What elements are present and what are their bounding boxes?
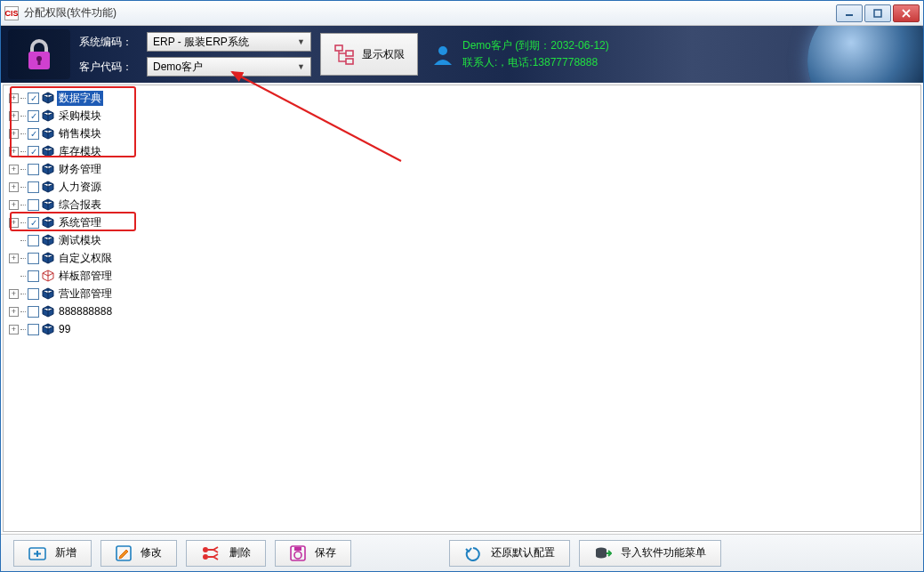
expand-toggle[interactable]: + — [9, 200, 19, 210]
tree-node[interactable]: + 营业部管理 — [5, 285, 919, 302]
delete-icon — [201, 545, 221, 561]
expand-toggle[interactable]: + — [9, 129, 19, 139]
tree-node[interactable]: + 888888888 — [5, 302, 919, 320]
show-permission-button[interactable]: 显示权限 — [320, 33, 418, 76]
expand-toggle[interactable]: + — [9, 93, 19, 103]
info-expiry: Demo客户 (到期：2032-06-12) — [462, 37, 609, 54]
svg-point-16 — [203, 547, 208, 552]
permission-tree[interactable]: + ✓ 数据字典 + ✓ 采购模块 + ✓ 销售模块 + ✓ 库存模块 + 财务… — [3, 85, 921, 532]
cust-code-combo[interactable]: Demo客户 ▼ — [147, 57, 311, 77]
expand-toggle[interactable]: + — [9, 182, 19, 192]
cube-icon — [41, 109, 55, 122]
edit-button[interactable]: 修改 — [100, 540, 177, 567]
tree-node[interactable]: + 综合报表 — [5, 196, 919, 213]
checkbox[interactable]: ✓ — [28, 128, 39, 140]
checkbox[interactable] — [28, 288, 39, 300]
cust-code-value: Demo客户 — [153, 60, 203, 75]
svg-point-17 — [203, 554, 208, 560]
cube-icon — [41, 287, 55, 300]
delete-button[interactable]: 删除 — [186, 540, 266, 567]
tree-connector — [20, 311, 26, 312]
tree-connector — [20, 151, 26, 152]
minimize-button[interactable] — [836, 4, 863, 22]
svg-rect-9 — [346, 59, 353, 64]
cube-icon — [41, 181, 55, 193]
tree-node[interactable]: + 99 — [5, 320, 919, 338]
checkbox[interactable] — [28, 306, 39, 318]
checkbox[interactable] — [28, 235, 39, 246]
cube-icon — [41, 234, 55, 246]
checkbox[interactable]: ✓ — [28, 217, 39, 229]
close-button[interactable] — [893, 4, 920, 22]
expand-toggle[interactable]: + — [9, 307, 19, 317]
chevron-down-icon: ▼ — [297, 62, 305, 71]
tree-node[interactable]: + 样板部管理 — [5, 267, 919, 285]
sys-code-row: 系统编码： ERP - 服装ERP系统 ▼ — [79, 32, 311, 52]
checkbox[interactable] — [28, 253, 39, 264]
restore-icon — [464, 545, 482, 561]
tree-connector — [20, 240, 26, 241]
checkbox[interactable]: ✓ — [28, 93, 39, 104]
cube-icon — [41, 305, 55, 318]
person-icon — [430, 42, 455, 67]
app-icon: CIS — [4, 6, 19, 20]
tree-connector — [20, 205, 26, 205]
checkbox[interactable]: ✓ — [28, 110, 39, 122]
show-permission-label: 显示权限 — [362, 47, 405, 62]
add-icon — [28, 546, 46, 560]
window-controls — [836, 4, 920, 22]
tree-node[interactable]: + 自定义权限 — [5, 249, 919, 267]
expand-toggle[interactable]: + — [9, 325, 19, 334]
tree-node-label: 样板部管理 — [57, 269, 114, 284]
checkbox[interactable] — [28, 270, 39, 282]
import-menu-button[interactable]: 导入软件功能菜单 — [579, 540, 721, 567]
expand-toggle[interactable]: + — [9, 111, 19, 121]
lock-icon — [8, 29, 70, 79]
save-button[interactable]: 保存 — [275, 540, 351, 567]
titlebar: CIS 分配权限(软件功能) — [1, 1, 923, 26]
cube-icon — [41, 252, 55, 264]
expand-toggle[interactable]: + — [9, 289, 19, 299]
svg-rect-7 — [335, 45, 342, 51]
tree-node[interactable]: + ✓ 销售模块 — [5, 125, 919, 142]
tree-node-label: 库存模块 — [57, 144, 103, 159]
svg-point-19 — [294, 552, 301, 559]
expand-toggle[interactable]: + — [9, 254, 19, 263]
checkbox[interactable] — [28, 181, 39, 193]
checkbox[interactable]: ✓ — [28, 146, 39, 157]
edit-icon — [116, 545, 132, 561]
tree-node[interactable]: + ✓ 库存模块 — [5, 142, 919, 160]
expand-toggle[interactable]: + — [9, 165, 19, 174]
tree-node[interactable]: + 人力资源 — [5, 178, 919, 196]
tree-connector — [20, 133, 26, 134]
info-contact: 联系人:，电话:13877778888 — [462, 54, 609, 71]
footer-toolbar: 新增 修改 删除 保存 还原默认配置 导入软件功能菜单 — [1, 534, 923, 571]
customer-info-text: Demo客户 (到期：2032-06-12) 联系人:，电话:138777788… — [462, 37, 609, 71]
header-bar: 系统编码： ERP - 服装ERP系统 ▼ 客户代码： Demo客户 ▼ — [1, 26, 923, 83]
svg-rect-20 — [294, 547, 301, 551]
field-group: 系统编码： ERP - 服装ERP系统 ▼ 客户代码： Demo客户 ▼ — [79, 32, 311, 77]
tree-node-label: 99 — [57, 323, 72, 335]
tree-node-label: 采购模块 — [57, 109, 103, 124]
expand-toggle[interactable]: + — [9, 218, 19, 228]
tree-connector — [20, 258, 26, 259]
maximize-button[interactable] — [864, 4, 891, 22]
checkbox[interactable] — [28, 164, 39, 175]
sys-code-combo[interactable]: ERP - 服装ERP系统 ▼ — [147, 32, 311, 52]
tree-node[interactable]: + ✓ 采购模块 — [5, 107, 919, 125]
cust-code-label: 客户代码： — [79, 60, 141, 75]
tree-node-label: 系统管理 — [57, 215, 103, 230]
tree-node[interactable]: + 测试模块 — [5, 231, 919, 249]
checkbox[interactable] — [28, 199, 39, 211]
window-title: 分配权限(软件功能) — [24, 5, 836, 20]
checkbox[interactable] — [28, 324, 39, 335]
restore-default-button[interactable]: 还原默认配置 — [449, 540, 570, 567]
add-button[interactable]: 新增 — [13, 540, 92, 567]
expand-toggle[interactable]: + — [9, 147, 19, 157]
cube-icon — [41, 198, 55, 211]
tree-node[interactable]: + ✓ 系统管理 — [5, 213, 919, 231]
tree-node[interactable]: + ✓ 数据字典 — [5, 89, 919, 107]
cube-icon — [41, 92, 55, 104]
tree-node[interactable]: + 财务管理 — [5, 160, 919, 178]
cube-icon — [41, 270, 55, 282]
